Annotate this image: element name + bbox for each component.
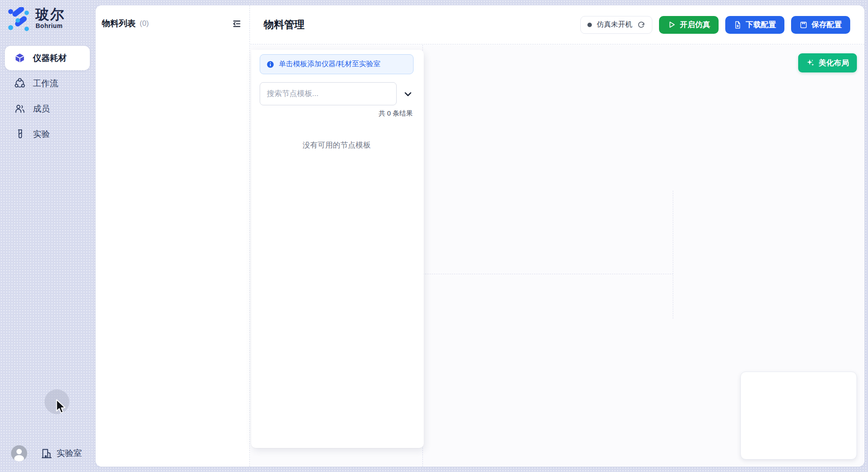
logo-title: 玻尔 xyxy=(36,7,65,22)
canvas-minimap[interactable] xyxy=(740,372,857,460)
info-icon xyxy=(266,60,274,68)
bohrium-logo-icon xyxy=(7,7,30,33)
save-config-button[interactable]: 保存配置 xyxy=(791,16,850,34)
header-actions: 仿真未开机 开启仿真 xyxy=(580,16,850,34)
lab-label: 实验室 xyxy=(56,448,82,459)
sidebar-item-workflow[interactable]: 工作流 xyxy=(5,71,90,96)
sparkles-icon xyxy=(806,59,815,67)
sidebar-footer: 实验室 xyxy=(11,445,82,461)
download-config-button[interactable]: 下载配置 xyxy=(725,16,784,34)
main-content-card: 物料列表 (0) 物料管理 仿真未开机 xyxy=(96,5,864,467)
sidebar-menu: 仪器耗材 工作流 成员 xyxy=(5,46,90,147)
sidebar-item-members[interactable]: 成员 xyxy=(5,96,90,121)
beautify-layout-button[interactable]: 美化布局 xyxy=(798,53,857,72)
download-config-label: 下载配置 xyxy=(746,20,776,30)
app-logo[interactable]: 玻尔 Bohrium xyxy=(7,7,65,33)
test-tube-icon xyxy=(14,128,25,140)
page-title: 物料管理 xyxy=(264,18,305,32)
page-header: 物料管理 仿真未开机 xyxy=(250,5,864,44)
collapse-panel-icon[interactable] xyxy=(232,19,241,28)
start-simulation-label: 开启仿真 xyxy=(680,20,710,30)
node-network-icon xyxy=(14,78,25,89)
logo-subtitle: Bohrium xyxy=(36,22,65,29)
template-search-input[interactable] xyxy=(260,82,397,105)
template-hint-text: 单击模板添加仪器/耗材至实验室 xyxy=(279,60,380,69)
simulation-status-label: 仿真未开机 xyxy=(597,20,632,29)
sidebar-item-experiment[interactable]: 实验 xyxy=(5,122,90,146)
status-dot-icon xyxy=(587,23,592,27)
canvas-guide-line xyxy=(673,191,673,319)
refresh-icon[interactable] xyxy=(637,21,645,29)
simulation-status-pill: 仿真未开机 xyxy=(580,16,652,34)
sidebar-item-label: 实验 xyxy=(33,128,50,140)
package-box-icon xyxy=(14,52,25,64)
main-right-region: 物料管理 仿真未开机 xyxy=(250,5,864,467)
flow-canvas[interactable]: 单击模板添加仪器/耗材至实验室 共 0 条结果 没有可用的节点模板 xyxy=(250,45,864,467)
canvas-guide-line xyxy=(423,274,673,274)
users-icon xyxy=(14,103,25,114)
sidebar-item-instruments[interactable]: 仪器耗材 xyxy=(5,46,90,70)
start-simulation-button[interactable]: 开启仿真 xyxy=(659,16,719,34)
sidebar-item-label: 成员 xyxy=(33,103,50,115)
save-config-label: 保存配置 xyxy=(812,20,842,30)
sidebar-item-label: 工作流 xyxy=(33,78,58,89)
material-list-panel: 物料列表 (0) xyxy=(96,5,250,467)
material-list-title: 物料列表 xyxy=(102,18,136,29)
template-empty-message: 没有可用的节点模板 xyxy=(260,140,414,150)
building-icon xyxy=(41,448,52,459)
node-template-panel: 单击模板添加仪器/耗材至实验室 共 0 条结果 没有可用的节点模板 xyxy=(251,50,424,448)
play-icon xyxy=(667,20,676,29)
template-hint-banner: 单击模板添加仪器/耗材至实验室 xyxy=(260,54,414,74)
material-list-count: (0) xyxy=(140,19,149,28)
sidebar-item-label: 仪器耗材 xyxy=(33,52,67,64)
template-result-count: 共 0 条结果 xyxy=(260,109,414,118)
chevron-down-icon[interactable] xyxy=(403,89,413,99)
beautify-layout-label: 美化布局 xyxy=(819,58,849,68)
user-avatar[interactable] xyxy=(11,445,27,461)
mouse-cursor xyxy=(55,399,67,414)
sidebar: 玻尔 Bohrium 仪器耗材 工作流 xyxy=(0,0,95,472)
sidebar-item-lab[interactable]: 实验室 xyxy=(41,448,82,459)
file-download-icon xyxy=(734,21,742,29)
save-icon xyxy=(800,21,808,29)
